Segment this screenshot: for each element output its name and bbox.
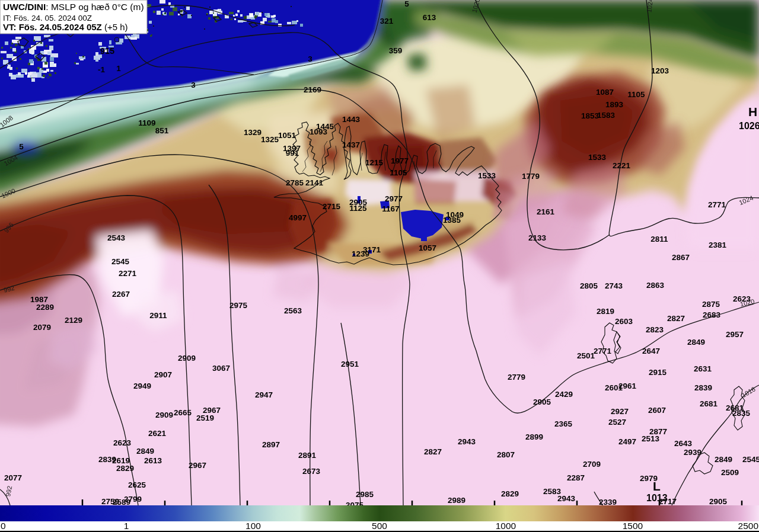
svg-text:2975: 2975 bbox=[229, 301, 248, 310]
svg-text:991: 991 bbox=[286, 149, 299, 158]
svg-text:5: 5 bbox=[19, 142, 24, 151]
svg-text:1: 1 bbox=[124, 521, 129, 531]
svg-text:3: 3 bbox=[308, 55, 312, 63]
svg-text:2835: 2835 bbox=[732, 409, 751, 418]
svg-text:851: 851 bbox=[155, 126, 169, 135]
svg-text:2907: 2907 bbox=[154, 370, 172, 379]
svg-text:2805: 2805 bbox=[580, 281, 598, 290]
svg-text:2947: 2947 bbox=[255, 390, 273, 399]
svg-text:1779: 1779 bbox=[522, 172, 540, 181]
svg-text:1013: 1013 bbox=[646, 493, 668, 503]
svg-text:2141: 2141 bbox=[305, 178, 324, 187]
svg-text:2631: 2631 bbox=[694, 364, 712, 373]
svg-text:1977: 1977 bbox=[391, 156, 409, 165]
svg-text:2905: 2905 bbox=[709, 497, 728, 506]
svg-text:2771: 2771 bbox=[708, 200, 726, 209]
svg-text:2867: 2867 bbox=[672, 253, 690, 262]
svg-text:2943: 2943 bbox=[458, 437, 476, 446]
svg-text:1203: 1203 bbox=[651, 66, 669, 75]
svg-text:2545: 2545 bbox=[742, 455, 759, 464]
svg-text:3: 3 bbox=[191, 81, 196, 89]
svg-text:2287: 2287 bbox=[567, 473, 585, 482]
svg-text:2683: 2683 bbox=[703, 310, 721, 319]
svg-text:2829: 2829 bbox=[116, 464, 134, 473]
svg-text:4997: 4997 bbox=[289, 213, 307, 222]
svg-text:321: 321 bbox=[380, 17, 394, 25]
svg-text:2915: 2915 bbox=[649, 368, 667, 377]
svg-text:2681: 2681 bbox=[700, 399, 718, 408]
svg-text:2365: 2365 bbox=[554, 419, 573, 428]
svg-text:-1: -1 bbox=[98, 65, 105, 74]
svg-text:2583: 2583 bbox=[543, 487, 562, 496]
svg-text:2509: 2509 bbox=[721, 468, 739, 477]
svg-text:2905: 2905 bbox=[533, 398, 551, 406]
svg-text:1109: 1109 bbox=[138, 118, 155, 127]
svg-text:2381: 2381 bbox=[709, 241, 727, 249]
svg-text:1125: 1125 bbox=[349, 204, 367, 213]
svg-text:1325: 1325 bbox=[261, 135, 279, 144]
svg-text:2849: 2849 bbox=[136, 447, 154, 456]
svg-text:2909: 2909 bbox=[155, 411, 173, 419]
svg-text:2839: 2839 bbox=[694, 383, 712, 392]
svg-text:2819: 2819 bbox=[597, 307, 614, 316]
svg-text:2949: 2949 bbox=[133, 382, 151, 390]
svg-text:3067: 3067 bbox=[212, 364, 230, 373]
svg-text:2647: 2647 bbox=[642, 347, 660, 355]
svg-text:2911: 2911 bbox=[149, 311, 167, 320]
svg-text:100: 100 bbox=[245, 521, 261, 531]
svg-text:0: 0 bbox=[1, 521, 6, 531]
svg-text:2621: 2621 bbox=[148, 429, 167, 438]
svg-text:2563: 2563 bbox=[284, 306, 302, 315]
svg-text:1026: 1026 bbox=[739, 121, 759, 131]
svg-text:2827: 2827 bbox=[667, 314, 685, 323]
svg-text:1329: 1329 bbox=[244, 128, 261, 137]
svg-text:2625: 2625 bbox=[128, 480, 146, 489]
svg-text:2807: 2807 bbox=[497, 450, 515, 459]
svg-text:1533: 1533 bbox=[478, 171, 496, 180]
svg-text:2623: 2623 bbox=[113, 438, 132, 447]
svg-text:2827: 2827 bbox=[424, 447, 442, 456]
svg-text:1533: 1533 bbox=[588, 153, 607, 162]
svg-text:2519: 2519 bbox=[196, 414, 214, 422]
svg-text:2673: 2673 bbox=[302, 467, 321, 476]
svg-text:2811: 2811 bbox=[650, 235, 668, 243]
svg-text:1: 1 bbox=[116, 64, 121, 73]
svg-text:1167: 1167 bbox=[382, 204, 399, 213]
svg-text:2527: 2527 bbox=[608, 418, 626, 427]
svg-text:2133: 2133 bbox=[528, 233, 547, 242]
svg-text:2129: 2129 bbox=[65, 316, 82, 325]
svg-text:1093: 1093 bbox=[310, 127, 328, 136]
svg-text:2785: 2785 bbox=[286, 178, 304, 187]
svg-text:2715: 2715 bbox=[323, 202, 341, 211]
svg-text:1215: 1215 bbox=[365, 158, 384, 167]
svg-text:2607: 2607 bbox=[648, 406, 666, 415]
svg-text:1443: 1443 bbox=[342, 115, 361, 124]
svg-text:2951: 2951 bbox=[341, 360, 359, 368]
svg-text:2709: 2709 bbox=[583, 460, 601, 469]
svg-text:UWC/DINI: MSLP og hæð 0°C (m): UWC/DINI: MSLP og hæð 0°C (m) bbox=[3, 2, 144, 12]
svg-text:2977: 2977 bbox=[385, 194, 403, 203]
svg-text:2985: 2985 bbox=[356, 490, 374, 499]
svg-text:613: 613 bbox=[423, 13, 436, 22]
svg-text:IT: Fös. 24. 05. 2024 00Z: IT: Fös. 24. 05. 2024 00Z bbox=[3, 14, 92, 23]
svg-text:2271: 2271 bbox=[119, 269, 137, 278]
svg-text:1500: 1500 bbox=[623, 521, 643, 531]
svg-text:500: 500 bbox=[372, 521, 387, 531]
svg-text:2500: 2500 bbox=[738, 521, 759, 531]
svg-text:1000: 1000 bbox=[496, 521, 516, 531]
svg-text:2989: 2989 bbox=[448, 496, 465, 505]
svg-text:2939: 2939 bbox=[684, 448, 701, 457]
svg-text:1105: 1105 bbox=[390, 168, 407, 177]
svg-text:2779: 2779 bbox=[508, 373, 525, 382]
svg-text:2849: 2849 bbox=[687, 338, 705, 347]
svg-text:2863: 2863 bbox=[646, 281, 665, 290]
svg-text:1057: 1057 bbox=[419, 243, 436, 252]
svg-text:1051: 1051 bbox=[278, 131, 296, 140]
svg-text:2513: 2513 bbox=[642, 434, 660, 443]
svg-text:2601: 2601 bbox=[605, 383, 623, 392]
svg-text:2967: 2967 bbox=[189, 461, 206, 470]
svg-text:2501: 2501 bbox=[577, 351, 595, 360]
svg-text:2077: 2077 bbox=[4, 473, 22, 482]
svg-text:2665: 2665 bbox=[174, 408, 192, 417]
svg-text:5: 5 bbox=[404, 0, 409, 8]
